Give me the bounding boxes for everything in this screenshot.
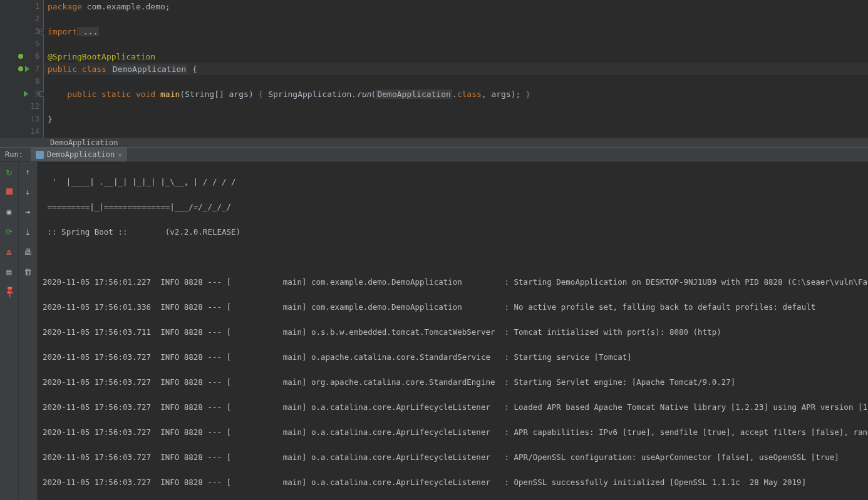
- svg-point-0: [18, 54, 23, 59]
- code-brace: }: [525, 89, 530, 99]
- line-number: 8: [26, 77, 39, 86]
- print-button[interactable]: 🖶: [21, 245, 35, 258]
- run-toolbar-right: ↑ ↓ ⇥ ⤓ 🖶 🗑: [19, 162, 38, 500]
- update-application-button[interactable]: ⟳: [3, 225, 16, 238]
- console-line: [43, 251, 863, 263]
- run-config-tab[interactable]: DemoApplication ✕: [31, 148, 127, 161]
- clear-all-button[interactable]: 🗑: [21, 265, 35, 278]
- camera-icon: ◉: [6, 207, 11, 217]
- line-number: 1: [26, 2, 39, 11]
- run-panel: Run: DemoApplication ✕ ↻ ◉ ⟳ ⏏ ▤ 📌 ↑ ↓ ⇥…: [0, 147, 868, 500]
- down-button[interactable]: ↓: [21, 185, 35, 198]
- console-output[interactable]: ' |____| .__|_| |_|_| |_\__, | / / / / =…: [38, 162, 868, 500]
- spring-bean-icon[interactable]: [18, 53, 24, 59]
- line-number: 12: [26, 102, 39, 111]
- breadcrumb[interactable]: DemoApplication: [0, 138, 868, 147]
- code-text: com.example.demo;: [82, 2, 170, 11]
- wrap-icon: ⇥: [26, 207, 31, 217]
- line-number: 13: [26, 115, 39, 123]
- spring-bean-icon[interactable]: [18, 66, 24, 72]
- rerun-icon: ↻: [6, 166, 13, 178]
- code-keyword: package: [48, 2, 82, 11]
- editor-area: 1 2 3 + 5 6 7 8 9 − 12 13: [0, 0, 868, 138]
- rerun-button[interactable]: ↻: [3, 165, 16, 178]
- console-line: 2020-11-05 17:56:03.727 INFO 8828 --- [ …: [43, 426, 863, 439]
- gutter: 1 2 3 + 5 6 7 8 9 − 12 13: [0, 0, 44, 138]
- exit-icon: ⏏: [7, 247, 12, 257]
- run-gutter-icon[interactable]: [25, 66, 29, 72]
- line-number: 14: [26, 127, 39, 136]
- refresh-icon: ⟳: [6, 227, 13, 237]
- arrow-down-icon: ↓: [26, 187, 31, 196]
- line-number: 5: [26, 39, 39, 48]
- up-button[interactable]: ↑: [21, 165, 35, 178]
- code-brace: {: [259, 89, 264, 99]
- line-number: 6: [26, 52, 39, 61]
- code-class-ref: DemoApplication: [376, 89, 452, 99]
- code-keyword: import: [48, 27, 77, 36]
- console-line: 2020-11-05 17:56:03.727 INFO 8828 --- [ …: [43, 376, 863, 389]
- dump-threads-button[interactable]: ◉: [3, 205, 16, 218]
- code-text: , args);: [482, 89, 525, 99]
- code-editor[interactable]: package com.example.demo; import ... @Sp…: [44, 0, 868, 138]
- console-line: 2020-11-05 17:56:03.727 INFO 8828 --- [ …: [43, 476, 863, 489]
- console-line: ' |____| .__|_| |_|_| |_\__, | / / / /: [43, 176, 863, 188]
- console-line: 2020-11-05 17:56:03.727 INFO 8828 --- [ …: [43, 451, 863, 464]
- code-text: {: [187, 64, 197, 74]
- arrow-up-icon: ↑: [26, 167, 31, 176]
- console-line: =========|_|==============|___/=/_/_/_/: [43, 201, 863, 213]
- code-text: SpringApplication.: [263, 89, 356, 99]
- line-number: 3: [26, 27, 39, 36]
- console-line: 2020-11-05 17:56:01.227 INFO 8828 --- [ …: [43, 276, 863, 288]
- console-line: 2020-11-05 17:56:03.711 INFO 8828 --- [ …: [43, 326, 863, 339]
- layout-icon: ▤: [7, 267, 12, 277]
- breadcrumb-item[interactable]: DemoApplication: [50, 138, 118, 147]
- code-class-name: DemoApplication: [111, 64, 187, 74]
- run-header: Run: DemoApplication ✕: [0, 147, 868, 162]
- line-number: 2: [26, 14, 39, 23]
- close-icon[interactable]: ✕: [118, 151, 122, 159]
- code-brace: }: [48, 115, 53, 124]
- code-keyword: public class: [48, 64, 111, 74]
- run-toolbar-left: ↻ ◉ ⟳ ⏏ ▤ 📌: [0, 162, 19, 500]
- run-panel-label: Run:: [0, 150, 28, 159]
- code-keyword: public static void: [67, 89, 160, 99]
- folded-placeholder[interactable]: ...: [77, 27, 99, 36]
- code-text: (String[] args): [180, 89, 258, 99]
- console-line: :: Spring Boot :: (v2.2.0.RELEASE): [43, 226, 863, 238]
- code-text: .: [452, 89, 457, 99]
- pin-icon: 📌: [3, 285, 16, 298]
- code-text: (: [371, 89, 376, 99]
- stop-icon: [6, 188, 13, 195]
- code-annotation: @SpringBootApplication: [48, 52, 155, 61]
- scroll-end-icon: ⤓: [24, 227, 31, 237]
- soft-wrap-button[interactable]: ⇥: [21, 205, 35, 218]
- code-method: main: [160, 89, 180, 99]
- scroll-to-end-button[interactable]: ⤓: [21, 225, 35, 238]
- code-keyword: class: [457, 89, 482, 99]
- pin-button[interactable]: 📌: [3, 285, 16, 298]
- spring-run-icon: [36, 151, 44, 159]
- code-method: run: [356, 89, 371, 99]
- run-tab-label: DemoApplication: [47, 150, 115, 159]
- console-line: 2020-11-05 17:56:03.727 INFO 8828 --- [ …: [43, 401, 863, 414]
- console-line: 2020-11-05 17:56:03.727 INFO 8828 --- [ …: [43, 351, 863, 364]
- layout-button[interactable]: ▤: [3, 265, 16, 278]
- print-icon: 🖶: [24, 247, 32, 257]
- trash-icon: 🗑: [24, 267, 32, 277]
- run-body: ↻ ◉ ⟳ ⏏ ▤ 📌 ↑ ↓ ⇥ ⤓ 🖶 🗑 ' |____| .__|_| …: [0, 162, 868, 500]
- console-line: 2020-11-05 17:56:01.336 INFO 8828 --- [ …: [43, 301, 863, 314]
- stop-button[interactable]: [3, 185, 16, 198]
- exit-button[interactable]: ⏏: [3, 245, 16, 258]
- svg-point-1: [18, 66, 23, 71]
- run-gutter-icon[interactable]: [24, 91, 28, 97]
